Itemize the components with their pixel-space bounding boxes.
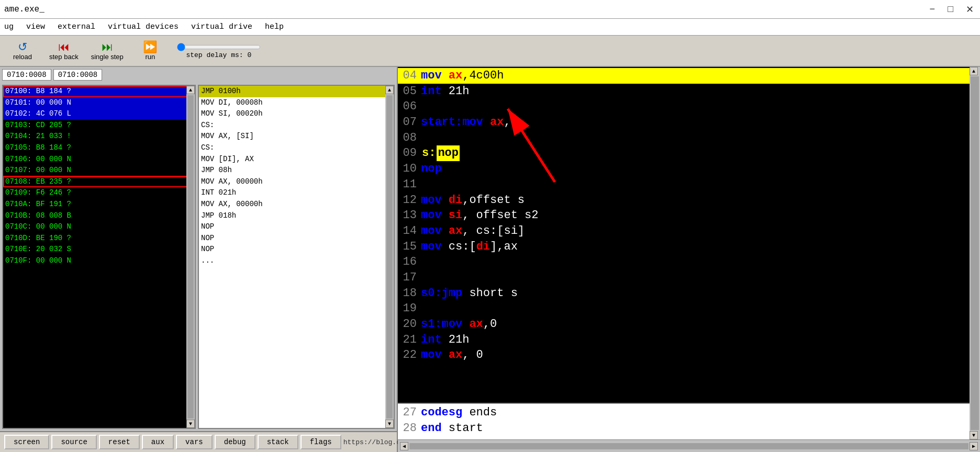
src-scroll-thumb [971,76,979,430]
source-right-scrollbar[interactable]: ▲ ▼ [970,67,980,439]
flags-button[interactable]: flags [300,435,341,449]
asm-line-3: CS: [199,120,394,131]
src-label-s0: s0: [421,286,442,301]
stack-button[interactable]: stack [258,435,298,449]
register-box-right: 0710:0008 [53,69,103,81]
step-delay-label: step delay ms: 0 [186,51,251,59]
line-num-22: 22 [400,347,421,362]
asm-line-15: ... [199,255,394,267]
menu-external[interactable]: external [58,22,95,31]
minimize-button[interactable]: − [928,4,938,15]
line-num-14: 14 [400,223,421,239]
src-space-04 [442,68,449,84]
scroll-down-arrow[interactable]: ▼ [186,420,195,428]
title-bar: ame.exe_ − □ ✕ [0,0,980,19]
asm-line-7: JMP 08h [199,165,394,176]
memory-line-12: 0710C: 00 000 N [3,221,195,233]
scroll-thumb [187,95,194,419]
line-num-06: 06 [400,99,421,115]
line-num-08: 08 [400,130,421,146]
src-val-04: ,4c00h [462,68,504,84]
single-step-label: single step [91,53,124,61]
src-scroll-up[interactable]: ▲ [970,67,978,75]
aux-button[interactable]: aux [142,435,174,449]
src-sp-20 [462,317,469,332]
asm-line-13: NOP [199,233,394,244]
step-back-button[interactable]: ⏮ step back [45,37,83,64]
src-line-21: 21 int 21h [398,332,980,348]
debug-button[interactable]: debug [215,435,255,449]
h-scroll-right[interactable]: ▶ [970,442,978,450]
src-val-27: ends [462,405,497,421]
menu-ug[interactable]: ug [4,22,14,31]
memory-line-15: 0710F: 00 000 N [3,255,195,267]
src-kw-nop-10: nop [421,161,442,177]
menu-virtual-drive[interactable]: virtual drive [191,22,252,31]
memory-line-11: 0710B: 08 008 B [3,210,195,222]
line-num-10: 10 [400,161,421,177]
run-button[interactable]: ⏩ run [132,37,169,64]
menu-view[interactable]: view [26,22,45,31]
close-button[interactable]: ✕ [964,4,976,15]
line-num-04: 04 [400,68,421,84]
single-step-button[interactable]: ⏭ single step [87,37,128,64]
asm-line-12: NOP [199,221,394,233]
source-button[interactable]: source [51,435,96,449]
src-kw-mov-13: mov [421,208,442,223]
src-kw-int-05: int [421,84,442,99]
menu-virtual-devices[interactable]: virtual devices [108,22,179,31]
src-sp-13 [442,208,449,223]
src-scroll-down[interactable]: ▼ [970,431,978,439]
memory-line-6: 07106: 00 000 N [3,154,195,165]
src-kw-codesg: codesg [421,405,462,421]
bottom-bar: screen source reset aux vars debug stack… [0,431,397,452]
src-line-22: 22 mov ax , 0 [398,347,980,362]
source-bottom-area: 27 codesg ends 28 end start [398,403,980,439]
src-val-13: , offset s2 [462,208,538,223]
h-scroll-left[interactable]: ◀ [400,442,408,450]
right-panel: 04 mov ax ,4c00h 05 int 21h 06 07 start:… [398,67,980,452]
src-reg-ax-04: ax [449,68,462,84]
reset-button[interactable]: reset [99,435,140,449]
line-num-17: 17 [400,270,421,286]
src-val-21: 21h [442,332,470,348]
asm-scroll-up-arrow[interactable]: ▲ [385,86,394,94]
vars-button[interactable]: vars [176,435,213,449]
src-reg-si-13: si [449,208,462,223]
menu-help[interactable]: help [265,22,284,31]
step-back-icon: ⏮ [58,41,70,53]
reload-icon: ↺ [18,41,27,53]
src-kw-mov-14: mov [421,223,442,239]
reload-button[interactable]: ↺ reload [4,37,41,64]
asm-line-8: MOV AX, 00000h [199,176,394,188]
asm-line-14: NOP [199,244,394,255]
main-area: 0710:0008 0710:0008 07100: B8 184 ? 0710… [0,67,980,452]
src-kw-mov-22: mov [421,347,442,362]
src-label-start: start: [421,115,462,130]
memory-line-3: 07103: CD 205 ? [3,120,195,131]
asm-scroll-down-arrow[interactable]: ▼ [385,420,394,428]
memory-scrollbar[interactable]: ▲ ▼ [186,86,195,428]
src-kw-mov-04: mov [421,68,442,84]
left-panel: 0710:0008 0710:0008 07100: B8 184 ? 0710… [0,67,398,452]
step-delay-slider[interactable] [177,43,261,51]
asm-panel: JMP 0100h MOV DI, 00008h MOV SI, 00020h … [198,85,395,429]
asm-line-0: JMP 0100h [199,86,394,97]
asm-scrollbar[interactable]: ▲ ▼ [385,86,394,428]
line-num-21: 21 [400,332,421,348]
asm-line-2: MOV SI, 00020h [199,108,394,120]
src-label-s1: s1: [421,317,442,332]
scroll-up-arrow[interactable]: ▲ [186,86,195,94]
screen-button[interactable]: screen [4,435,49,449]
restore-button[interactable]: □ [945,4,955,15]
line-num-16: 16 [400,254,421,270]
src-sel-s: s: [421,145,437,161]
asm-line-11: JMP 018h [199,210,394,222]
src-kw-mov-20: mov [442,317,463,332]
line-num-11: 11 [400,177,421,193]
src-reg-di-12: di [449,193,462,208]
line-num-27: 27 [400,405,421,421]
memory-line-4: 07104: 21 033 ! [3,131,195,142]
src-line-10: 10 nop [398,161,980,177]
line-num-12: 12 [400,193,421,208]
